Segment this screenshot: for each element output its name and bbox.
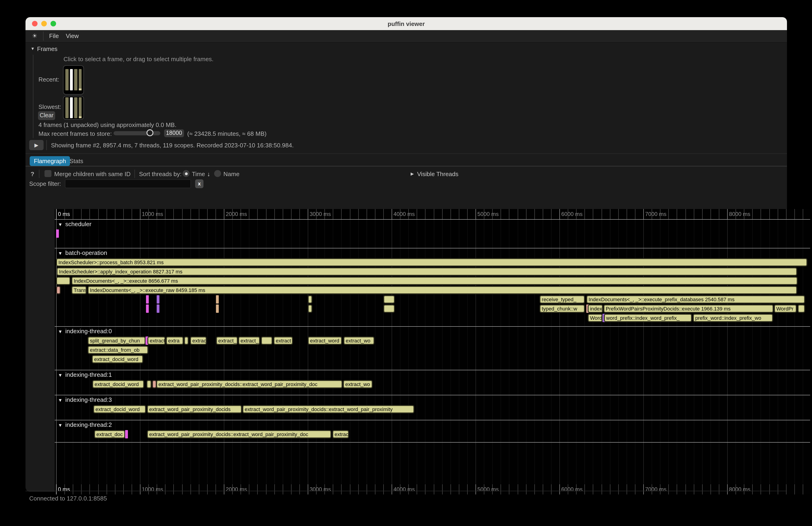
flamegraph-bar[interactable] <box>56 230 59 238</box>
sort-time-radio[interactable] <box>183 170 190 177</box>
collapse-triangle-icon[interactable]: ▼ <box>58 251 62 256</box>
recent-frames-thumbnail[interactable] <box>63 65 84 94</box>
flamegraph-bar[interactable]: prefix_word::index_prefix_wo <box>693 314 773 322</box>
flamegraph-bar[interactable]: extract_word_pair_proximity_docids <box>147 405 242 413</box>
tab-stats[interactable]: Stats <box>70 158 83 164</box>
flamegraph-bar[interactable] <box>383 295 395 304</box>
flamegraph-bar[interactable]: extract <box>147 336 165 345</box>
flamegraph-bar[interactable]: Trans <box>71 286 87 294</box>
flamegraph-bar[interactable]: extract_docid_word <box>93 405 146 413</box>
frame-thumbnail-bar[interactable] <box>74 97 77 118</box>
flamegraph-bar[interactable] <box>125 430 128 438</box>
merge-children-label[interactable]: Merge children with same ID <box>54 171 130 177</box>
sort-name-radio[interactable] <box>214 170 221 177</box>
title-bar[interactable]: puffin viewer <box>26 17 787 30</box>
collapse-triangle-icon[interactable]: ▼ <box>58 398 62 403</box>
flamegraph-bar[interactable] <box>56 277 70 285</box>
help-button[interactable]: ? <box>31 171 34 177</box>
tick-mark <box>81 209 82 219</box>
flamegraph-bar[interactable]: extract_wo <box>343 380 373 388</box>
frames-section-header[interactable]: Frames <box>37 45 57 53</box>
flamegraph-bar[interactable]: extract_ <box>238 336 260 345</box>
scope-filter-input[interactable] <box>65 179 191 188</box>
flamegraph-bar[interactable] <box>146 380 151 388</box>
thread-header-scheduler[interactable]: ▼scheduler <box>58 221 91 228</box>
flamegraph-bar[interactable]: extra <box>166 336 184 345</box>
frame-thumbnail-bar[interactable] <box>78 97 82 118</box>
visible-threads-header[interactable]: Visible Threads <box>417 171 459 177</box>
flamegraph-bar[interactable]: IndexScheduler>::process_batch 8953.821 … <box>56 258 807 266</box>
menu-view[interactable]: View <box>66 32 79 39</box>
thread-header-batch-operation[interactable]: ▼batch-operation <box>58 249 107 256</box>
flamegraph-bar[interactable]: extract_docid_word <box>92 355 143 363</box>
frame-thumbnail-bar[interactable] <box>70 69 73 90</box>
sun-icon[interactable]: ☀ <box>32 32 37 39</box>
collapse-triangle-icon[interactable]: ▼ <box>31 46 35 51</box>
thread-header-indexing-thread:1[interactable]: ▼indexing-thread:1 <box>58 371 112 378</box>
flamegraph-bar[interactable]: extract_wo <box>344 336 375 345</box>
flamegraph-bar[interactable]: IndexDocuments<_, _>::execute_prefix_dat… <box>586 295 805 304</box>
flamegraph-bar[interactable]: Word <box>588 314 603 322</box>
frame-thumbnail-bar[interactable] <box>74 69 77 90</box>
sort-time-label[interactable]: Time <box>192 171 205 177</box>
flamegraph-canvas[interactable]: 0 ms0 ms1000 ms1000 ms2000 ms2000 ms3000… <box>55 209 810 495</box>
flamegraph-bar[interactable]: extract_ <box>216 336 238 345</box>
frame-thumbnail-bar[interactable] <box>66 97 68 118</box>
max-frames-value[interactable]: 18000 <box>164 129 184 137</box>
thread-header-indexing-thread:0[interactable]: ▼indexing-thread:0 <box>58 328 112 335</box>
thread-header-indexing-thread:3[interactable]: ▼indexing-thread:3 <box>58 396 112 403</box>
flamegraph-bar[interactable]: extract_word <box>308 336 342 345</box>
flamegraph-bar[interactable] <box>308 295 313 304</box>
flamegraph-bar[interactable]: extrac <box>332 430 349 438</box>
clear-button[interactable]: Clear <box>38 111 55 120</box>
flamegraph-bar[interactable] <box>146 305 149 313</box>
scope-filter-clear-button[interactable]: x <box>195 179 203 188</box>
play-button[interactable]: ▶ <box>29 140 44 150</box>
max-frames-slider-knob[interactable] <box>146 129 154 136</box>
flamegraph-bar[interactable]: typed_chunk::w <box>539 305 585 313</box>
frame-thumbnail-bar[interactable] <box>78 69 82 90</box>
thread-header-indexing-thread:2[interactable]: ▼indexing-thread:2 <box>58 421 112 428</box>
collapse-triangle-icon[interactable]: ▼ <box>58 423 62 428</box>
flamegraph-bar[interactable] <box>157 295 159 304</box>
flamegraph-bar[interactable]: extract_word_pair_proximity_docids::extr… <box>147 430 331 438</box>
flamegraph-bar[interactable]: WordPr <box>774 305 797 313</box>
flamegraph-bar[interactable]: receive_typed_ <box>539 295 585 304</box>
menu-file[interactable]: File <box>49 32 59 39</box>
flamegraph-bar[interactable]: IndexDocuments<_, _>::execute 8656.677 m… <box>71 277 798 285</box>
flamegraph-bar[interactable] <box>146 295 149 304</box>
flamegraph-bar[interactable]: split_grenad_by_chun <box>88 336 146 345</box>
flamegraph-bar[interactable]: extract_docid_word <box>92 380 144 388</box>
frame-thumbnail-bar[interactable] <box>66 69 68 90</box>
flamegraph-bar[interactable]: word_prefix::index_word_prefix_ <box>604 314 692 322</box>
flamegraph-bar[interactable]: extract_word_pair_proximity_docids::extr… <box>242 405 414 413</box>
flamegraph-bar[interactable] <box>308 305 313 313</box>
collapse-triangle-icon[interactable]: ▼ <box>58 372 62 378</box>
sort-name-label[interactable]: Name <box>223 171 240 177</box>
flamegraph-bar[interactable]: extract::data_from_ob <box>88 346 148 354</box>
flamegraph-bar[interactable] <box>798 305 805 313</box>
flamegraph-bar[interactable]: IndexDocuments<_, _>::execute_raw 8459.1… <box>88 286 797 294</box>
tab-flamegraph[interactable]: Flamegraph <box>30 156 70 166</box>
flamegraph-bar[interactable] <box>216 305 219 313</box>
flamegraph-bar[interactable] <box>261 336 273 345</box>
collapse-triangle-icon[interactable]: ▼ <box>58 222 62 227</box>
merge-children-checkbox[interactable] <box>44 170 52 177</box>
flamegraph-bar[interactable]: extract_word_pair_proximity_docids::extr… <box>156 380 343 388</box>
flamegraph-bar[interactable] <box>184 336 189 345</box>
collapse-triangle-icon[interactable]: ▼ <box>58 329 62 334</box>
flamegraph-bar[interactable]: extract <box>273 336 293 345</box>
flamegraph-bar[interactable]: index <box>588 305 603 313</box>
slowest-frames-thumbnail[interactable] <box>63 96 84 120</box>
flamegraph-bar[interactable]: extrac <box>190 336 207 345</box>
flamegraph-bar[interactable] <box>56 286 61 294</box>
sort-direction-arrow-icon[interactable]: ↓ <box>207 171 210 177</box>
flamegraph-bar[interactable]: extract_doc <box>94 430 125 438</box>
flamegraph-bar[interactable] <box>157 305 159 313</box>
flamegraph-bar[interactable]: PrefixWordPairsProximityDocids::execute … <box>604 305 773 313</box>
flamegraph-bar[interactable] <box>216 295 219 304</box>
flamegraph-bar[interactable] <box>383 305 395 313</box>
visible-threads-triangle-icon[interactable]: ▶ <box>411 172 414 176</box>
flamegraph-bar[interactable]: IndexScheduler>::apply_index_operation 8… <box>57 267 797 276</box>
frame-thumbnail-bar[interactable] <box>70 97 73 118</box>
